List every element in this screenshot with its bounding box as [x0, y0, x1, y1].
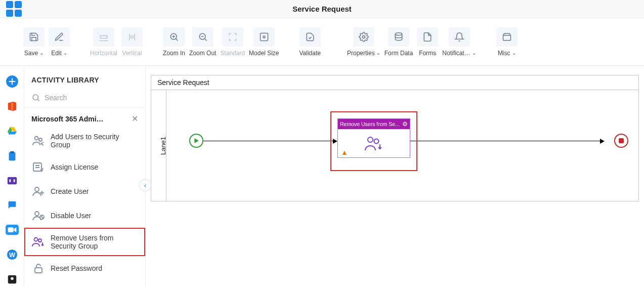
activity-label: Create User: [51, 187, 89, 195]
svg-point-14: [362, 35, 365, 38]
users-arrow-icon: [31, 135, 46, 147]
zoom-in-label: Zoom In: [163, 50, 185, 57]
lane-label: Lane1: [159, 136, 167, 154]
rail-add-button[interactable]: [5, 75, 20, 89]
rail-chat-icon[interactable]: [5, 198, 20, 212]
zoom-out-button[interactable]: Zoom Out: [189, 27, 216, 57]
sequence-flow[interactable]: [410, 141, 603, 141]
activity-label: Reset Password: [51, 264, 102, 272]
svg-rect-43: [35, 268, 42, 273]
rail-drive-icon[interactable]: [5, 125, 20, 138]
user-disable-icon: [31, 210, 46, 222]
svg-point-15: [395, 32, 402, 35]
rail-wordpress-icon[interactable]: W: [5, 248, 20, 261]
zoom-out-label: Zoom Out: [189, 50, 216, 57]
rail-app-icon[interactable]: [5, 174, 20, 187]
activity-list: Add Users to Security Group Assign Licen…: [24, 127, 145, 280]
svg-point-3: [131, 35, 134, 38]
zoom-in-icon: [169, 32, 179, 42]
activity-library-panel: ACTIVITY LIBRARY Microsoft 365 Admi… ✕ A…: [24, 66, 146, 286]
standard-icon: [228, 32, 238, 42]
license-icon: [31, 161, 46, 173]
app-rail: W: [0, 66, 24, 286]
notifications-button[interactable]: Notificat…⌄: [442, 27, 476, 57]
form-data-label: Form Data: [384, 50, 413, 57]
document-icon: [422, 32, 433, 42]
svg-rect-25: [8, 227, 13, 232]
svg-point-45: [374, 139, 379, 144]
page-title: Service Request: [292, 5, 352, 13]
activity-reset-password[interactable]: Reset Password: [24, 256, 145, 280]
validate-button[interactable]: Validate: [299, 27, 320, 57]
edit-button[interactable]: Edit⌄: [49, 27, 70, 57]
user-plus-icon: [31, 185, 46, 197]
lane-header[interactable]: Lane1: [151, 90, 166, 201]
rail-clipboard-icon[interactable]: [5, 149, 20, 162]
svg-rect-12: [260, 33, 268, 40]
rail-zoom-icon[interactable]: [5, 223, 20, 237]
svg-point-30: [33, 95, 38, 100]
sequence-flow[interactable]: [203, 141, 337, 141]
top-bar: Service Request: [0, 0, 644, 18]
svg-line-31: [37, 99, 39, 101]
svg-rect-19: [9, 152, 15, 160]
rail-office-icon[interactable]: [5, 100, 20, 113]
activity-add-users[interactable]: Add Users to Security Group: [24, 127, 145, 155]
zoom-in-button[interactable]: Zoom In: [163, 27, 185, 57]
form-data-button[interactable]: Form Data: [384, 27, 413, 57]
process-canvas[interactable]: Service Request Lane1 Remove Users from: [146, 66, 644, 286]
gear-icon[interactable]: ⚙: [402, 120, 408, 128]
svg-line-10: [204, 38, 206, 40]
chevron-left-icon: ‹: [144, 181, 147, 189]
collapse-sidebar-button[interactable]: ‹: [139, 179, 151, 191]
activity-label: Remove Users from Security Group: [51, 234, 138, 250]
svg-rect-16: [503, 35, 510, 40]
activity-create-user[interactable]: Create User: [24, 179, 145, 203]
activity-label: Disable User: [51, 212, 91, 220]
misc-label: Misc: [498, 50, 510, 57]
close-icon[interactable]: ✕: [132, 114, 138, 124]
validate-icon: [305, 32, 315, 42]
activity-node-remove-users[interactable]: Remove Users from Se... ⚙ ▲: [337, 118, 410, 158]
app-switcher-icon[interactable]: [6, 1, 22, 17]
stop-icon: [619, 138, 624, 143]
zoom-out-icon: [198, 32, 208, 42]
svg-rect-21: [7, 177, 16, 184]
category-title: Microsoft 365 Admi…: [31, 115, 104, 123]
svg-point-35: [35, 187, 39, 191]
process-title: Service Request: [157, 78, 209, 87]
notifications-label: Notificat…: [442, 50, 470, 57]
activity-disable-user[interactable]: Disable User: [24, 203, 145, 228]
gear-icon: [359, 32, 369, 42]
save-label: Save: [24, 50, 38, 57]
rail-more-icon[interactable]: [5, 272, 20, 286]
svg-line-6: [176, 38, 178, 40]
forms-button[interactable]: Forms: [417, 27, 438, 57]
svg-line-40: [40, 216, 44, 219]
vertical-layout-button: Vertical: [121, 27, 143, 57]
process-pool[interactable]: Service Request Lane1 Remove Users from: [151, 75, 639, 201]
arrowhead-icon: [600, 139, 605, 144]
database-icon: [394, 32, 404, 42]
activity-remove-users[interactable]: Remove Users from Security Group: [24, 228, 145, 256]
activity-assign-license[interactable]: Assign License: [24, 155, 145, 179]
activity-label: Assign License: [51, 163, 98, 171]
start-event[interactable]: [189, 134, 203, 148]
search-input[interactable]: [45, 94, 138, 102]
chevron-down-icon: ⌄: [472, 50, 476, 56]
save-icon: [29, 32, 39, 42]
end-event[interactable]: [614, 134, 628, 148]
model-size-button[interactable]: Model Size: [249, 27, 279, 57]
horizontal-icon: [99, 32, 109, 42]
box-icon: [502, 32, 512, 42]
library-header: ACTIVITY LIBRARY: [24, 66, 145, 90]
chevron-down-icon: ⌄: [512, 50, 516, 56]
svg-point-32: [35, 137, 38, 140]
svg-point-42: [38, 239, 41, 242]
warning-icon: ▲: [341, 148, 348, 156]
properties-button[interactable]: Properties⌄: [347, 27, 380, 57]
forms-label: Forms: [419, 50, 436, 57]
misc-button[interactable]: Misc⌄: [496, 27, 518, 57]
svg-point-13: [263, 35, 265, 37]
save-button[interactable]: Save⌄: [23, 27, 45, 57]
